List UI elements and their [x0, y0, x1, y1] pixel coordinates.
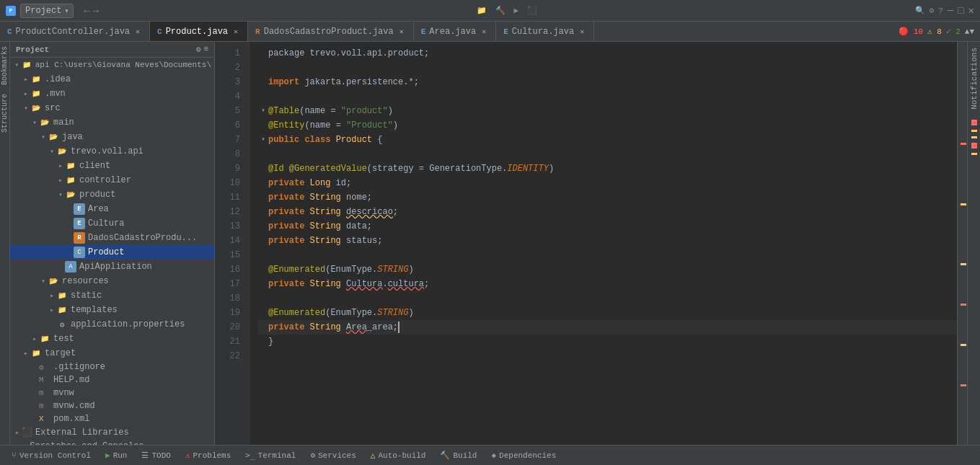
sidebar-collapse-icon[interactable]: ≡ [203, 45, 208, 54]
tab-dadoscadastro[interactable]: R DadosCadastroProduct.java ✕ [248, 22, 414, 42]
ok-count: ✓ 2 [946, 27, 961, 36]
sidebar-gear-icon[interactable]: ⚙ [196, 45, 201, 54]
warning-marker-3 [971, 153, 977, 155]
error-marker-1 [971, 120, 977, 125]
tree-item-appprops[interactable]: ⚙ application.properties [10, 317, 214, 332]
tree-label-appprops: application.properties [71, 319, 185, 329]
tab-icon-e-cultura: E [503, 27, 508, 36]
line-number-12: 12 [219, 205, 243, 219]
code-line-11: private String nome; [258, 190, 957, 205]
tree-item-extlibs[interactable]: ▸ ⬛ External Libraries [10, 425, 214, 439]
tree-label-java: java [62, 132, 83, 142]
tab-area[interactable]: E Area.java ✕ [414, 22, 496, 42]
tab-close-area[interactable]: ✕ [480, 27, 488, 36]
tree-label-mvnwcmd: mvnw.cmd [53, 401, 95, 411]
tree-item-gitignore[interactable]: ⚙ .gitignore [10, 360, 214, 373]
nav-forward-icon[interactable]: → [93, 5, 99, 17]
tree-item-target[interactable]: ▸ 📁 target [10, 346, 214, 360]
structure-tab[interactable]: Structure [0, 89, 9, 137]
todo-icon: ☰ [141, 451, 149, 460]
scroll-marker-3 [961, 304, 966, 306]
todo-label: TODO [151, 451, 170, 460]
tree-item-mvn[interactable]: ▸ 📁 .mvn [10, 87, 214, 101]
tree-item-trevo[interactable]: ▾ 📂 trevo.voll.api [10, 144, 214, 159]
arrow-extlibs: ▸ [13, 428, 22, 437]
tree-item-java[interactable]: ▾ 📂 java [10, 130, 214, 144]
terminal-icon: >_ [245, 451, 255, 460]
maximize-btn[interactable]: □ [958, 5, 963, 17]
code-line-5: ▾@Table(name = "product") [258, 104, 957, 118]
tree-item-src[interactable]: ▾ 📂 src [10, 101, 214, 115]
arrow-test: ▸ [30, 335, 39, 343]
project-dropdown[interactable]: Project ▾ [20, 4, 74, 18]
tree-item-test[interactable]: ▸ 📁 test [10, 332, 214, 346]
line-number-19: 19 [219, 306, 243, 320]
folder-icon-static: 📁 [56, 290, 68, 301]
project-icon: P [6, 6, 16, 16]
bottom-tab-build[interactable]: 🔨 Build [434, 449, 482, 461]
line-number-22: 22 [219, 349, 243, 363]
search-icon[interactable]: 🔍 [915, 6, 925, 15]
bottom-tab-todo[interactable]: ☰ TODO [136, 449, 176, 461]
tree-item-api[interactable]: ▾ 📁 api C:\Users\Giovana Neves\Documents… [10, 58, 214, 72]
tree-label-controller: controller [79, 175, 131, 185]
extlib-icon: ⬛ [22, 427, 32, 438]
code-content[interactable]: package trevo.voll.api.product;import ja… [250, 42, 957, 445]
bottom-tab-version-control[interactable]: ⑂ Version Control [6, 450, 97, 461]
bottom-tab-autobuild[interactable]: △ Auto-build [365, 449, 432, 461]
bottom-tab-problems[interactable]: ⚠ Problems [180, 449, 237, 461]
expand-btn[interactable]: ▲▼ [965, 27, 974, 36]
tree-item-dadoscadastro[interactable]: R DadosCadastroProdu... [10, 231, 214, 245]
services-icon: ⚙ [310, 451, 315, 460]
bottom-tab-terminal[interactable]: >_ Terminal [239, 449, 301, 461]
code-line-10: private Long id; [258, 176, 957, 190]
tree-item-resources[interactable]: ▾ 📂 resources [10, 274, 214, 288]
tree-item-mvnwcmd[interactable]: m mvnw.cmd [10, 399, 214, 412]
tree-item-idea[interactable]: ▸ 📁 .idea [10, 72, 214, 87]
toolbar-icon-2: 🔨 [495, 6, 506, 15]
tree-item-apiapplication[interactable]: A ApiApplication [10, 260, 214, 274]
minimize-btn[interactable]: ─ [948, 5, 953, 17]
tree-item-product-folder[interactable]: ▾ 📂 product [10, 187, 214, 202]
java-icon-dados: R [74, 232, 85, 244]
tree-item-helpmd[interactable]: M HELP.md [10, 373, 214, 386]
tree-item-main[interactable]: ▾ 📂 main [10, 115, 214, 130]
autobuild-icon: △ [371, 451, 376, 460]
tree-item-static[interactable]: ▸ 📁 static [10, 288, 214, 303]
tree-item-scratches[interactable]: ✏ Scratches and Consoles [10, 439, 214, 445]
bottom-tab-deps[interactable]: ◈ Dependencies [485, 449, 562, 461]
tree-item-controller[interactable]: ▸ 📁 controller [10, 173, 214, 187]
folder-icon-src: 📂 [30, 102, 42, 114]
tab-close-productcontroller[interactable]: ✕ [133, 27, 142, 36]
bookmarks-tab[interactable]: Bookmarks [0, 42, 9, 89]
tab-close-product[interactable]: ✕ [231, 27, 240, 36]
tree-item-templates[interactable]: ▸ 📁 templates [10, 303, 214, 317]
fold-icon-5[interactable]: ▾ [258, 104, 268, 118]
tree-item-area[interactable]: E Area [10, 202, 214, 216]
tab-close-dadoscadastro[interactable]: ✕ [397, 27, 406, 36]
bottom-tab-services[interactable]: ⚙ Services [304, 449, 361, 461]
notifications-label: Notifications [968, 42, 980, 115]
tab-productcontroller[interactable]: C ProductController.java ✕ [0, 22, 150, 42]
tree-label-area: Area [88, 204, 109, 214]
code-line-1: package trevo.voll.api.product; [258, 46, 957, 61]
line-number-8: 8 [219, 147, 243, 161]
tree-label-idea: .idea [45, 74, 71, 84]
tree-item-product-class[interactable]: C Product [10, 245, 214, 260]
tree-label-target: target [45, 348, 76, 358]
help-icon[interactable]: ? [938, 6, 943, 15]
tab-close-cultura[interactable]: ✕ [578, 27, 586, 36]
close-btn[interactable]: ✕ [968, 4, 974, 17]
tree-item-mvnw[interactable]: m mvnw [10, 386, 214, 399]
tree-item-client[interactable]: ▸ 📁 client [10, 159, 214, 173]
settings-icon[interactable]: ⚙ [930, 6, 935, 15]
bottom-tab-run[interactable]: ▶ Run [100, 449, 133, 461]
fold-icon-7[interactable]: ▾ [258, 133, 268, 147]
nav-back-icon[interactable]: ← [84, 5, 89, 17]
tab-cultura[interactable]: E Cultura.java ✕ [496, 22, 594, 42]
tree-item-pomxml[interactable]: X pom.xml [10, 412, 214, 425]
code-line-13: private String data; [258, 219, 957, 234]
tab-product[interactable]: C Product.java ✕ [150, 22, 248, 42]
line-number-4: 4 [219, 89, 243, 104]
tree-item-cultura[interactable]: E Cultura [10, 216, 214, 231]
